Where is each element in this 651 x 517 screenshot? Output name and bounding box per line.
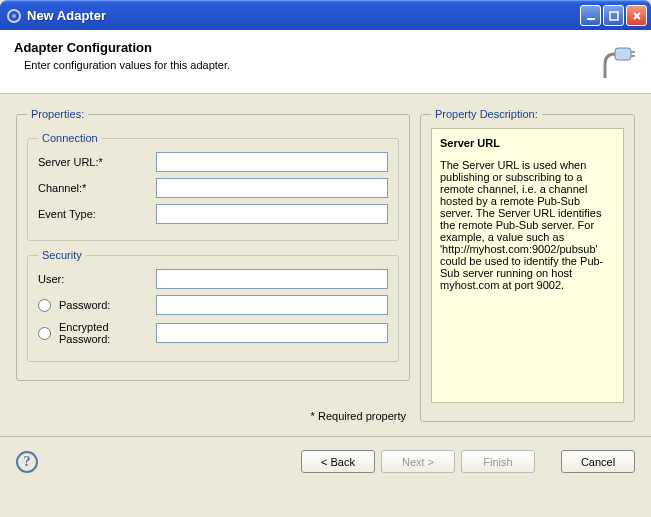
encrypted-password-radio[interactable] (38, 327, 51, 340)
window-controls (580, 5, 647, 26)
user-input[interactable] (156, 269, 388, 289)
help-icon-glyph: ? (24, 454, 31, 470)
encrypted-label-text: Encrypted Password: (59, 321, 156, 345)
encrypted-password-input[interactable] (156, 323, 388, 343)
channel-input[interactable] (156, 178, 388, 198)
channel-label: Channel:* (38, 182, 156, 194)
server-url-input[interactable] (156, 152, 388, 172)
content-area: Properties: Connection Server URL:* Chan… (0, 94, 651, 436)
password-radio-label: Password: (38, 299, 156, 312)
property-description-legend: Property Description: (431, 108, 542, 120)
user-label: User: (38, 273, 156, 285)
password-label-text: Password: (59, 299, 110, 311)
password-radio[interactable] (38, 299, 51, 312)
minimize-button[interactable] (580, 5, 601, 26)
description-title: Server URL (440, 137, 615, 149)
back-button[interactable]: < Back (301, 450, 375, 473)
window-title: New Adapter (27, 8, 580, 23)
page-subtitle: Enter configuration values for this adap… (14, 59, 637, 71)
properties-group: Properties: Connection Server URL:* Chan… (16, 108, 410, 381)
security-legend: Security (38, 249, 86, 261)
encrypted-radio-label: Encrypted Password: (38, 321, 156, 345)
dialog-header: Adapter Configuration Enter configuratio… (0, 30, 651, 94)
maximize-button[interactable] (603, 5, 624, 26)
svg-rect-2 (587, 18, 595, 20)
adapter-icon (595, 42, 639, 88)
server-url-label: Server URL:* (38, 156, 156, 168)
cancel-button[interactable]: Cancel (561, 450, 635, 473)
titlebar[interactable]: New Adapter (0, 0, 651, 30)
connection-legend: Connection (38, 132, 102, 144)
app-icon (6, 8, 22, 24)
description-text: The Server URL is used when publishing o… (440, 159, 615, 291)
event-type-label: Event Type: (38, 208, 156, 220)
svg-rect-6 (615, 48, 631, 60)
help-button[interactable]: ? (16, 451, 38, 473)
security-group: Security User: Password: Encrypted Passw (27, 249, 399, 362)
properties-legend: Properties: (27, 108, 88, 120)
required-note: * Required property (16, 410, 410, 422)
svg-rect-3 (610, 12, 618, 20)
event-type-input[interactable] (156, 204, 388, 224)
password-input[interactable] (156, 295, 388, 315)
svg-rect-8 (631, 55, 635, 57)
page-title: Adapter Configuration (14, 40, 637, 55)
finish-button[interactable]: Finish (461, 450, 535, 473)
property-description-body: Server URL The Server URL is used when p… (431, 128, 624, 403)
close-button[interactable] (626, 5, 647, 26)
connection-group: Connection Server URL:* Channel:* Event … (27, 132, 399, 241)
dialog-footer: ? < Back Next > Finish Cancel (0, 436, 651, 486)
property-description-group: Property Description: Server URL The Ser… (420, 108, 635, 422)
svg-rect-7 (631, 51, 635, 53)
svg-point-1 (12, 14, 16, 18)
next-button[interactable]: Next > (381, 450, 455, 473)
